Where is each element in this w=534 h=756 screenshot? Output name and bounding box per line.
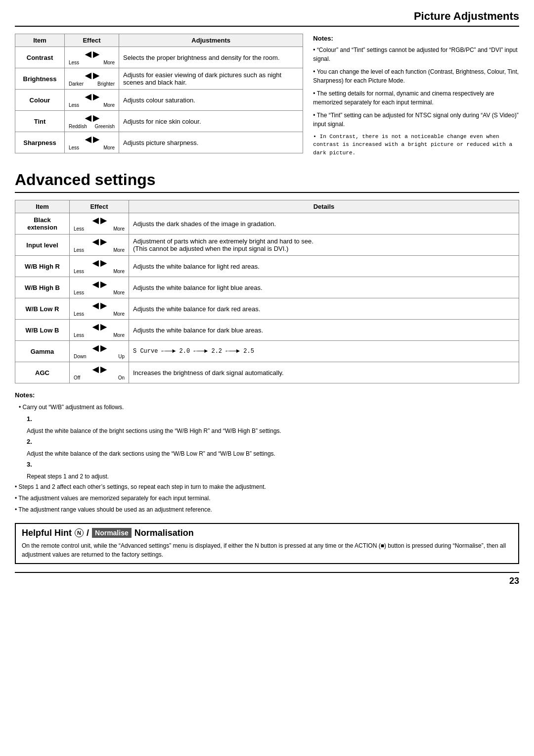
adv-row-item: W/B Low R: [15, 298, 70, 320]
right-label: More: [103, 60, 115, 65]
picture-row-item: Brightness: [15, 68, 65, 90]
adv-numbered-item: 1. Adjust the white balance of the brigh…: [27, 414, 519, 436]
page-title: Picture Adjustments: [15, 10, 519, 27]
normalise-badge: Normalise: [92, 528, 132, 538]
adv-row-description: Increases the brightness of dark signal …: [129, 362, 519, 383]
adv-row-description: Adjusts the white balance for light red …: [129, 256, 519, 277]
adv-row-description: Adjusts the white balance for light blue…: [129, 277, 519, 298]
adv-row-description: Adjusts the white balance for dark blue …: [129, 320, 519, 341]
adv-row-description: Adjustment of parts which are extremely …: [129, 235, 519, 256]
left-label: Less: [69, 60, 79, 65]
left-arrow-icon: ◀: [92, 216, 98, 225]
picture-row-description: Selects the proper brightness and densit…: [119, 47, 303, 68]
picture-table-wrap: Item Effect Adjustments Contrast◀▶LessMo…: [15, 34, 303, 161]
right-arrow-icon: ▶: [93, 135, 99, 144]
adv-row-effect: ◀▶LessMore: [70, 235, 129, 256]
right-label: More: [113, 290, 125, 295]
advanced-table-row: Gamma◀▶DownUpS Curve ←——► 2.0 ←——► 2.2 ←…: [15, 341, 519, 362]
picture-adjustments-section: Item Effect Adjustments Contrast◀▶LessMo…: [15, 34, 519, 161]
left-label: Less: [74, 269, 84, 274]
adv-notes-intro: Carry out “W/B” adjustment as follows.: [19, 403, 519, 412]
right-arrow-icon: ▶: [100, 280, 106, 289]
picture-table: Item Effect Adjustments Contrast◀▶LessMo…: [15, 34, 303, 153]
right-arrow-icon: ▶: [100, 301, 106, 310]
left-arrow-icon: ◀: [92, 258, 98, 268]
adv-row-effect: ◀▶DownUp: [70, 341, 129, 362]
advanced-notes: Notes: Carry out “W/B” adjustment as fol…: [15, 390, 519, 515]
picture-row-item: Sharpness: [15, 132, 65, 153]
left-label: Less: [74, 290, 84, 295]
adv-row-description: Adjusts the dark shades of the image in …: [129, 213, 519, 235]
adv-row-item: Input level: [15, 235, 70, 256]
picture-row-item: Contrast: [15, 47, 65, 68]
sub-labels: OffOn: [74, 375, 125, 380]
picture-row-effect: ◀▶DarkerBrighter: [65, 68, 119, 90]
picture-table-row: Brightness◀▶DarkerBrighterAdjusts for ea…: [15, 68, 303, 90]
adv-bullets-list: Steps 1 and 2 affect each other’s settin…: [15, 482, 519, 515]
left-arrow-icon: ◀: [85, 92, 91, 101]
adv-row-effect: ◀▶LessMore: [70, 298, 129, 320]
adv-row-item: W/B High R: [15, 256, 70, 277]
left-label: Less: [74, 247, 84, 253]
adv-row-effect: ◀▶LessMore: [70, 277, 129, 298]
left-arrow-icon: ◀: [85, 135, 91, 144]
sub-labels: DarkerBrighter: [69, 81, 115, 87]
left-label: Down: [74, 354, 87, 359]
left-label: Less: [74, 226, 84, 232]
adv-row-effect: ◀▶LessMore: [70, 213, 129, 235]
picture-row-description: Adjusts for nice skin colour.: [119, 111, 303, 132]
picture-row-effect: ◀▶ReddishGreenish: [65, 111, 119, 132]
adv-row-description: S Curve ←——► 2.0 ←——► 2.2 ←——► 2.5: [129, 341, 519, 362]
right-label: More: [113, 311, 125, 317]
left-label: Reddish: [69, 124, 87, 129]
adv-row-item: Gamma: [15, 341, 70, 362]
helpful-hint-header: Helpful Hint N / Normalise Normalisation: [22, 528, 512, 538]
adv-row-item: Black extension: [15, 213, 70, 235]
picture-row-description: Adjusts colour saturation.: [119, 90, 303, 111]
right-label: More: [103, 145, 115, 150]
adv-header-item: Item: [15, 200, 70, 213]
right-arrow-icon: ▶: [100, 237, 106, 246]
picture-table-row: Tint◀▶ReddishGreenishAdjusts for nice sk…: [15, 111, 303, 132]
left-label: Less: [74, 311, 84, 317]
picture-row-item: Colour: [15, 90, 65, 111]
advanced-table-row: W/B High B◀▶LessMoreAdjusts the white ba…: [15, 277, 519, 298]
numbered-label: 3.: [27, 460, 519, 470]
advanced-table-row: W/B High R◀▶LessMoreAdjusts the white ba…: [15, 256, 519, 277]
picture-note-item: The “Tint” setting can be adjusted for N…: [313, 111, 519, 129]
picture-row-effect: ◀▶LessMore: [65, 132, 119, 153]
advanced-table-row: Black extension◀▶LessMoreAdjusts the dar…: [15, 213, 519, 235]
sub-labels: LessMore: [74, 269, 125, 274]
adv-header-effect: Effect: [70, 200, 129, 213]
numbered-label: 1.: [27, 414, 519, 425]
adv-row-description: Adjusts the white balance for dark red a…: [129, 298, 519, 320]
adv-bullet-item: The adjustment range values should be us…: [15, 505, 519, 515]
right-arrow-icon: ▶: [100, 258, 106, 268]
right-arrow-icon: ▶: [100, 365, 106, 374]
adv-row-effect: ◀▶LessMore: [70, 256, 129, 277]
adv-bullet-item: Steps 1 and 2 affect each other’s settin…: [15, 482, 519, 492]
adv-row-item: AGC: [15, 362, 70, 383]
right-label: More: [113, 269, 125, 274]
adv-row-item: W/B High B: [15, 277, 70, 298]
page-number: 23: [15, 572, 519, 586]
helpful-hint-label: Helpful Hint: [22, 528, 72, 538]
adv-numbered-item: 2. Adjust the white balance of the dark …: [27, 437, 519, 459]
right-label: Up: [118, 354, 125, 359]
left-arrow-icon: ◀: [92, 343, 98, 353]
left-arrow-icon: ◀: [92, 365, 98, 374]
adv-row-item: W/B Low B: [15, 320, 70, 341]
sub-labels: LessMore: [74, 290, 125, 295]
picture-header-effect: Effect: [65, 34, 119, 47]
picture-row-effect: ◀▶LessMore: [65, 47, 119, 68]
sub-labels: DownUp: [74, 354, 125, 359]
right-label: More: [113, 226, 125, 232]
sub-labels: LessMore: [74, 311, 125, 317]
advanced-table-row: AGC◀▶OffOnIncreases the brightness of da…: [15, 362, 519, 383]
adv-header-details: Details: [129, 200, 519, 213]
sub-labels: LessMore: [69, 60, 115, 65]
picture-notes: Notes: “Colour” and “Tint” settings cann…: [313, 34, 519, 161]
picture-notes-title: Notes:: [313, 34, 519, 44]
right-label: More: [103, 102, 115, 108]
picture-row-description: Adjusts for easier viewing of dark pictu…: [119, 68, 303, 90]
